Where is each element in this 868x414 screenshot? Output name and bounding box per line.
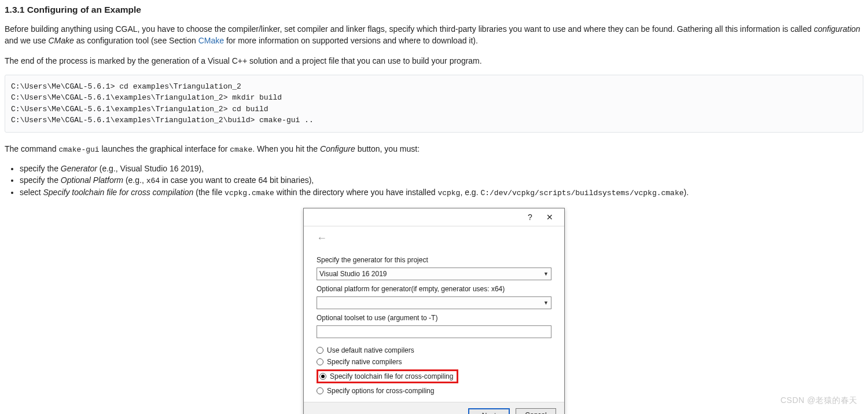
label-toolset: Optional toolset to use (argument to -T)	[317, 314, 551, 322]
b2-a: specify the	[20, 175, 61, 185]
p1-b: and we use	[5, 36, 49, 45]
p1-configuration: configuration	[814, 24, 860, 34]
p3-configure: Configure	[320, 144, 355, 153]
bullet-1: specify the Generator (e.g., Visual Stud…	[20, 164, 863, 173]
cmake-dialog: ? ✕ ← Specify the generator for this pro…	[303, 208, 565, 414]
radio-icon	[317, 358, 323, 365]
b3-c: within the directory where you have inst…	[274, 188, 437, 197]
radio-label: Specify native compilers	[327, 358, 402, 366]
p1-cmake: CMake	[49, 36, 74, 45]
p3-b: launches the graphical interface for	[100, 144, 230, 153]
b2-tt: x64	[146, 177, 160, 185]
paragraph-2: The end of the process is marked by the …	[5, 55, 863, 67]
next-button[interactable]: Next	[468, 408, 510, 414]
b3-d: , e.g.	[460, 188, 480, 197]
radio-icon	[319, 373, 326, 380]
dialog-body: ← Specify the generator for this project…	[304, 226, 564, 402]
bullet-2: specify the Optional Platform (e.g., x64…	[20, 175, 863, 185]
bullet-list: specify the Generator (e.g., Visual Stud…	[20, 164, 863, 197]
generator-value: Visual Studio 16 2019	[319, 270, 387, 278]
p1-a: Before building anything using CGAL, you…	[5, 24, 814, 34]
link-cmake[interactable]: CMake	[198, 36, 224, 45]
close-button[interactable]: ✕	[540, 211, 560, 224]
b3-tt3: C:/dev/vcpkg/scripts/buildsystems/vcpkg.…	[480, 189, 683, 197]
radio-label: Specify toolchain file for cross-compili…	[330, 372, 453, 380]
dialog-titlebar: ? ✕	[304, 208, 564, 226]
b2-c: in case you want to create 64 bit binari…	[160, 175, 314, 185]
paragraph-3: The command cmake-gui launches the graph…	[5, 143, 863, 156]
radio-icon	[317, 347, 323, 354]
platform-dropdown[interactable]: ▼	[317, 296, 551, 309]
p1-c: as configuration tool (see Section	[74, 36, 198, 45]
dialog-footer: Next Cancel	[304, 402, 564, 414]
back-button[interactable]: ←	[317, 231, 551, 252]
p3-d: button, you must:	[355, 144, 420, 153]
bullet-3: select Specify toolchain file for cross …	[20, 188, 863, 197]
chevron-down-icon: ▼	[543, 271, 549, 277]
p1-d: for more information on supported versio…	[224, 36, 478, 45]
watermark: CSDN @老猿的春天	[781, 395, 858, 406]
b3-a: select	[20, 188, 43, 197]
paragraph-1: Before building anything using CGAL, you…	[5, 23, 863, 47]
b3-tt1: vcpkg.cmake	[225, 189, 274, 197]
generator-dropdown[interactable]: Visual Studio 16 2019 ▼	[317, 268, 551, 280]
b3-it: Specify toolchain file for cross compila…	[43, 188, 193, 197]
radio-native-compilers[interactable]: Specify native compilers	[317, 358, 551, 366]
chevron-down-icon: ▼	[543, 300, 549, 306]
radio-label: Use default native compilers	[327, 346, 414, 354]
b1-a: specify the	[20, 164, 61, 173]
b3-b: (the file	[193, 188, 225, 197]
help-button[interactable]: ?	[520, 211, 540, 224]
p3-cmake-gui: cmake-gui	[58, 145, 99, 154]
p3-a: The command	[5, 144, 58, 153]
b2-b: (e.g.,	[123, 175, 146, 185]
radio-cross-options[interactable]: Specify options for cross-compiling	[317, 387, 551, 395]
radio-label: Specify options for cross-compiling	[327, 387, 434, 395]
p3-cmake: cmake	[230, 145, 252, 154]
cancel-button[interactable]: Cancel	[516, 408, 556, 414]
b3-tt2: vcpkg	[437, 189, 460, 197]
radio-default-compilers[interactable]: Use default native compilers	[317, 346, 551, 354]
b1-b: (e.g., Visual Studio 16 2019),	[97, 164, 204, 173]
close-icon: ✕	[546, 213, 553, 222]
highlighted-radio: Specify toolchain file for cross-compili…	[317, 369, 458, 383]
radio-group: Use default native compilers Specify nat…	[317, 346, 551, 395]
figure-wrap: ? ✕ ← Specify the generator for this pro…	[5, 208, 863, 414]
b2-it: Optional Platform	[61, 175, 123, 185]
section-heading: 1.3.1 Configuring of an Example	[5, 5, 863, 15]
label-platform: Optional platform for generator(if empty…	[317, 285, 551, 293]
radio-toolchain-file[interactable]: Specify toolchain file for cross-compili…	[319, 372, 453, 380]
label-generator: Specify the generator for this project	[317, 256, 551, 264]
code-block: C:\Users\Me\CGAL-5.6.1> cd examples\Tria…	[5, 75, 863, 133]
b3-e: ).	[684, 188, 689, 197]
toolset-input[interactable]	[317, 325, 551, 338]
help-icon: ?	[528, 213, 532, 222]
p3-c: . When you hit the	[252, 144, 320, 153]
back-icon: ←	[317, 232, 327, 244]
radio-icon	[317, 387, 323, 394]
b1-it: Generator	[61, 164, 97, 173]
